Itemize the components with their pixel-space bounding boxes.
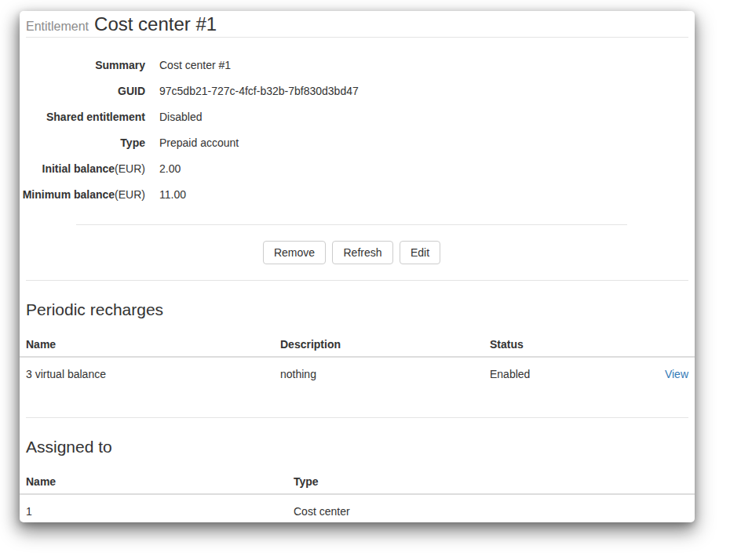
table-row: 3 virtual balance nothing Enabled View bbox=[20, 357, 695, 395]
detail-value: Prepaid account bbox=[145, 136, 239, 151]
periodic-recharges-table: Name Description Status 3 virtual balanc… bbox=[20, 333, 695, 395]
detail-row-summary: Summary Cost center #1 bbox=[20, 58, 695, 73]
refresh-button[interactable]: Refresh bbox=[332, 241, 392, 264]
section-divider bbox=[26, 280, 688, 281]
assigned-type-cell: Cost center bbox=[287, 494, 695, 522]
view-link[interactable]: View bbox=[665, 368, 688, 380]
assigned-to-heading: Assigned to bbox=[26, 437, 688, 457]
detail-row-shared-entitlement: Shared entitlement Disabled bbox=[20, 110, 695, 125]
detail-label-text: Summary bbox=[95, 59, 145, 71]
detail-value: 11.00 bbox=[145, 187, 186, 202]
assigned-name-cell: 1 bbox=[20, 494, 287, 522]
column-header-actions bbox=[637, 333, 695, 357]
detail-label: GUID bbox=[20, 84, 145, 99]
table-header-row: Name Description Status bbox=[20, 333, 695, 357]
detail-label: Summary bbox=[20, 58, 145, 73]
details-list: Summary Cost center #1 GUID 97c5db21-727… bbox=[20, 58, 695, 202]
detail-row-initial-balance: Initial balance(EUR) 2.00 bbox=[20, 162, 695, 176]
recharge-action-cell: View bbox=[637, 357, 695, 395]
detail-label-suffix: (EUR) bbox=[115, 188, 145, 201]
entity-type-label: Entitlement bbox=[26, 20, 89, 33]
detail-label-text: Shared entitlement bbox=[46, 111, 145, 123]
action-buttons: Remove Refresh Edit bbox=[76, 241, 627, 264]
detail-value: 2.00 bbox=[145, 162, 181, 176]
entitlement-detail-card: EntitlementCost center #1 Summary Cost c… bbox=[20, 11, 695, 522]
periodic-recharges-heading: Periodic recharges bbox=[26, 300, 688, 320]
detail-label-suffix: (EUR) bbox=[115, 162, 145, 175]
detail-row-type: Type Prepaid account bbox=[20, 136, 695, 151]
column-header-name: Name bbox=[20, 470, 287, 494]
detail-label-text: Minimum balance bbox=[23, 188, 115, 201]
detail-value: 97c5db21-727c-4fcf-b32b-7bf830d3bd47 bbox=[145, 84, 359, 99]
table-header-row: Name Type bbox=[20, 470, 695, 494]
detail-label: Minimum balance(EUR) bbox=[20, 187, 145, 202]
table-row: 1 Cost center bbox=[20, 494, 695, 522]
section-divider bbox=[26, 417, 688, 418]
detail-row-guid: GUID 97c5db21-727c-4fcf-b32b-7bf830d3bd4… bbox=[20, 84, 695, 99]
page-header: EntitlementCost center #1 bbox=[26, 11, 688, 38]
detail-value: Cost center #1 bbox=[145, 58, 231, 73]
detail-label-text: Type bbox=[120, 136, 145, 149]
detail-label-text: GUID bbox=[118, 85, 145, 97]
detail-label: Type bbox=[20, 136, 145, 151]
recharge-name-cell: 3 virtual balance bbox=[20, 357, 274, 395]
edit-button[interactable]: Edit bbox=[400, 241, 440, 264]
column-header-type: Type bbox=[287, 470, 695, 494]
assigned-to-table: Name Type 1 Cost center bbox=[20, 470, 695, 522]
column-header-name: Name bbox=[20, 333, 274, 357]
column-header-description: Description bbox=[274, 333, 484, 357]
recharge-description-cell: nothing bbox=[274, 357, 484, 395]
detail-label: Shared entitlement bbox=[20, 110, 145, 125]
column-header-status: Status bbox=[484, 333, 637, 357]
remove-button[interactable]: Remove bbox=[263, 241, 326, 264]
detail-value: Disabled bbox=[145, 110, 202, 125]
page-title: Cost center #1 bbox=[94, 13, 217, 35]
form-actions-divider bbox=[76, 224, 627, 225]
detail-label: Initial balance(EUR) bbox=[20, 162, 145, 176]
detail-label-text: Initial balance bbox=[42, 162, 115, 175]
detail-row-minimum-balance: Minimum balance(EUR) 11.00 bbox=[20, 187, 695, 202]
recharge-status-cell: Enabled bbox=[484, 357, 637, 395]
